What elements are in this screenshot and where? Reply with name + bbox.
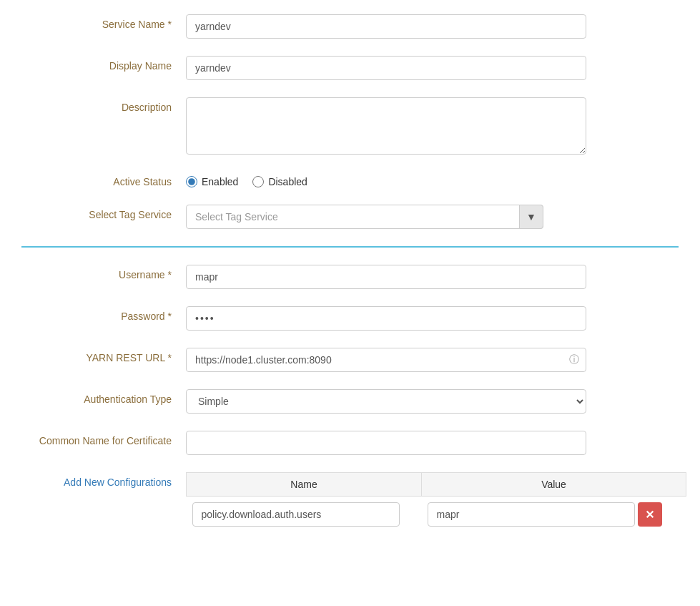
display-name-group: Display Name (21, 56, 679, 80)
select-tag-service-label: Select Tag Service (21, 205, 186, 220)
description-input[interactable] (186, 97, 586, 155)
common-name-label: Common Name for Certificate (21, 431, 186, 446)
radio-group: Enabled Disabled (186, 172, 307, 187)
disabled-option[interactable]: Disabled (252, 176, 307, 187)
password-input[interactable] (186, 306, 586, 331)
common-name-input[interactable] (186, 431, 586, 455)
password-group: Password (21, 306, 679, 331)
section-divider (21, 246, 679, 248)
disabled-label: Disabled (268, 176, 307, 187)
enabled-label: Enabled (202, 176, 238, 187)
select-tag-service-wrapper: Select Tag Service ▼ (186, 205, 543, 229)
config-row: ✕ (187, 497, 686, 533)
config-table-wrapper: Name Value ✕ (186, 472, 686, 532)
form-container: Service Name Display Name Description Ac… (0, 0, 700, 547)
auth-type-select[interactable]: Simple Kerberos (186, 389, 586, 414)
config-row-inputs: ✕ (428, 502, 681, 527)
service-name-input[interactable] (186, 14, 586, 39)
config-name-header: Name (187, 473, 422, 497)
display-name-input[interactable] (186, 56, 586, 80)
add-config-label: Add New Configurations (21, 472, 186, 488)
common-name-group: Common Name for Certificate (21, 431, 679, 455)
auth-type-group: Authentication Type Simple Kerberos (21, 389, 679, 414)
yarn-rest-url-label: YARN REST URL (21, 348, 186, 363)
enabled-option[interactable]: Enabled (186, 176, 238, 187)
delete-config-button[interactable]: ✕ (638, 502, 662, 527)
config-name-cell (187, 497, 422, 533)
config-table: Name Value ✕ (186, 472, 686, 532)
config-value-cell: ✕ (422, 497, 686, 533)
username-label: Username (21, 265, 186, 280)
description-group: Description (21, 97, 679, 155)
username-input[interactable] (186, 265, 586, 289)
config-value-input[interactable] (428, 502, 635, 527)
username-group: Username (21, 265, 679, 289)
active-status-group: Active Status Enabled Disabled (21, 172, 679, 187)
select-tag-service-input[interactable]: Select Tag Service (186, 205, 543, 229)
yarn-rest-url-input[interactable] (186, 348, 586, 372)
display-name-label: Display Name (21, 56, 186, 72)
enabled-radio[interactable] (186, 176, 197, 187)
password-label: Password (21, 306, 186, 322)
service-name-label: Service Name (21, 14, 186, 30)
config-value-header: Value (422, 473, 686, 497)
active-status-label: Active Status (21, 172, 186, 187)
config-section: Add New Configurations Name Value (21, 472, 679, 532)
disabled-radio[interactable] (252, 176, 264, 187)
service-name-group: Service Name (21, 14, 679, 39)
yarn-rest-url-wrapper: ⓘ (186, 348, 586, 372)
select-tag-service-group: Select Tag Service Select Tag Service ▼ (21, 205, 679, 229)
yarn-rest-url-group: YARN REST URL ⓘ (21, 348, 679, 372)
config-name-input[interactable] (192, 502, 400, 527)
auth-type-label: Authentication Type (21, 389, 186, 405)
info-icon: ⓘ (569, 353, 579, 366)
description-label: Description (21, 97, 186, 113)
